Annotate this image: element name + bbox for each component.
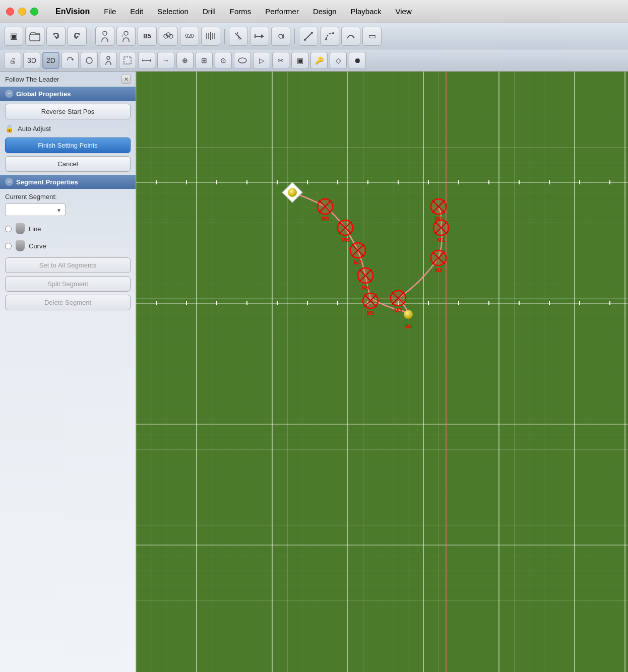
menu-playback[interactable]: Playback: [344, 5, 389, 18]
menu-performer[interactable]: Performer: [258, 5, 306, 18]
tool-rotate[interactable]: [61, 52, 79, 69]
count-tool-button[interactable]: 020: [180, 27, 199, 46]
curve-radio-row: Curve: [0, 237, 136, 254]
menu-bar: EnVision File Edit Selection Drill Forms…: [48, 5, 622, 18]
panel-close-button[interactable]: ✕: [121, 75, 131, 84]
tool-record[interactable]: ⏺: [349, 52, 366, 69]
panel-title-bar: Follow The Leader ✕: [0, 72, 136, 87]
svg-marker-23: [71, 59, 74, 60]
segment-section: Current Segment: ▼: [0, 189, 136, 220]
left-panel: Follow The Leader ✕ − Global Properties …: [0, 72, 136, 672]
close-window-button[interactable]: [6, 8, 14, 16]
rotate-tool-button[interactable]: [271, 27, 290, 46]
segment-select[interactable]: [5, 204, 66, 216]
svg-rect-77: [282, 182, 302, 203]
tool-diamond[interactable]: ◇: [330, 52, 347, 69]
select-tool-button[interactable]: ▣: [4, 27, 23, 46]
menu-design[interactable]: Design: [306, 5, 344, 18]
svg-text:M3: M3: [394, 307, 402, 313]
menu-forms[interactable]: Forms: [223, 5, 259, 18]
yard-marks-button[interactable]: [201, 27, 220, 46]
main-content: Follow The Leader ✕ − Global Properties …: [0, 72, 628, 672]
reverse-start-pos-button[interactable]: Reverse Start Pos: [5, 104, 131, 119]
svg-line-111: [435, 222, 447, 234]
svg-point-87: [350, 243, 365, 258]
menu-selection[interactable]: Selection: [150, 5, 196, 18]
delete-segment-button[interactable]: Delete Segment: [5, 295, 131, 310]
tool-scissors[interactable]: ✂: [272, 52, 289, 69]
finish-setting-points-button[interactable]: Finish Setting Points: [5, 138, 131, 153]
curve-radio[interactable]: [5, 243, 12, 249]
svg-line-106: [432, 252, 445, 264]
tool-arrows[interactable]: [138, 52, 155, 69]
label-b5-button[interactable]: B5: [138, 27, 157, 46]
svg-line-93: [359, 270, 371, 282]
split-segment-button[interactable]: Split Segment: [5, 276, 131, 292]
minimize-window-button[interactable]: [18, 8, 26, 16]
undo-button[interactable]: [46, 27, 66, 46]
tool-arrow-right[interactable]: →: [157, 52, 174, 69]
panel-title: Follow The Leader: [5, 76, 59, 83]
move-to-button[interactable]: [250, 27, 269, 46]
svg-line-80: [319, 200, 331, 213]
tool-view-circle[interactable]: ⊙: [215, 52, 232, 69]
svg-line-84: [339, 222, 351, 234]
svg-point-2: [124, 31, 128, 35]
svg-rect-26: [124, 57, 131, 64]
group-tool-button[interactable]: [159, 27, 178, 46]
add-performer-button[interactable]: +: [116, 27, 136, 46]
svg-point-24: [86, 57, 92, 63]
svg-point-21: [325, 38, 327, 40]
view-3d-button[interactable]: 3D: [23, 52, 40, 69]
tool-triangle[interactable]: ▷: [253, 52, 270, 69]
tool-box-select[interactable]: ▣: [291, 52, 308, 69]
view-toolbar: 🖨 3D 2D → ⊕ ⊞ ⊙ ▷ ✂ ▣ 🔑 ◇ ⏺: [0, 49, 628, 72]
svg-text:M2: M2: [434, 267, 442, 273]
svg-line-81: [319, 200, 331, 213]
global-properties-section[interactable]: − Global Properties: [0, 87, 136, 101]
segment-properties-label: Segment Properties: [16, 178, 78, 186]
svg-text:M7: M7: [354, 259, 361, 265]
tool-circle[interactable]: [81, 52, 98, 69]
print-button[interactable]: 🖨: [4, 52, 21, 69]
line-label: Line: [29, 225, 41, 233]
set-to-all-segments-button[interactable]: Set to All Segments: [5, 257, 131, 273]
menu-drill[interactable]: Drill: [196, 5, 223, 18]
maximize-window-button[interactable]: [30, 8, 38, 16]
view-2d-button[interactable]: 2D: [42, 52, 59, 69]
arc-draw-button[interactable]: [341, 27, 360, 46]
tool-select-box[interactable]: [119, 52, 136, 69]
tool-view-oval[interactable]: [234, 52, 251, 69]
tool-grid[interactable]: ⊞: [196, 52, 213, 69]
canvas-area[interactable]: M9 M8 M7 M6: [136, 72, 628, 672]
svg-line-115: [432, 200, 445, 213]
main-toolbar: ▣ + B5 020 ▭: [0, 23, 628, 49]
menu-file[interactable]: File: [97, 5, 123, 18]
open-file-button[interactable]: [25, 27, 44, 46]
svg-text:M5: M5: [366, 310, 374, 316]
curve-draw-button[interactable]: [320, 27, 339, 46]
app-brand[interactable]: EnVision: [48, 5, 97, 18]
svg-point-20: [311, 32, 313, 34]
menu-edit[interactable]: Edit: [123, 5, 150, 18]
svg-marker-28: [150, 59, 151, 62]
segment-properties-section[interactable]: − Segment Properties: [0, 175, 136, 189]
performer-tool-button[interactable]: [95, 27, 114, 46]
svg-line-114: [432, 200, 445, 213]
menu-view[interactable]: View: [389, 5, 419, 18]
svg-marker-15: [261, 34, 264, 38]
rect-draw-button[interactable]: ▭: [362, 27, 382, 46]
redo-button[interactable]: [68, 27, 87, 46]
cancel-button[interactable]: Cancel: [5, 156, 131, 172]
svg-point-109: [433, 220, 449, 235]
tool-key[interactable]: 🔑: [310, 52, 328, 69]
toolbar-sep-3: [294, 29, 295, 44]
tool-person[interactable]: [100, 52, 117, 69]
split-tool-button[interactable]: [229, 27, 248, 46]
svg-line-89: [352, 244, 364, 256]
line-radio[interactable]: [5, 226, 12, 232]
lock-icon: 🔒: [5, 124, 14, 132]
line-draw-button[interactable]: [299, 27, 318, 46]
tool-crosshair[interactable]: ⊕: [176, 52, 194, 69]
svg-point-22: [332, 32, 334, 34]
